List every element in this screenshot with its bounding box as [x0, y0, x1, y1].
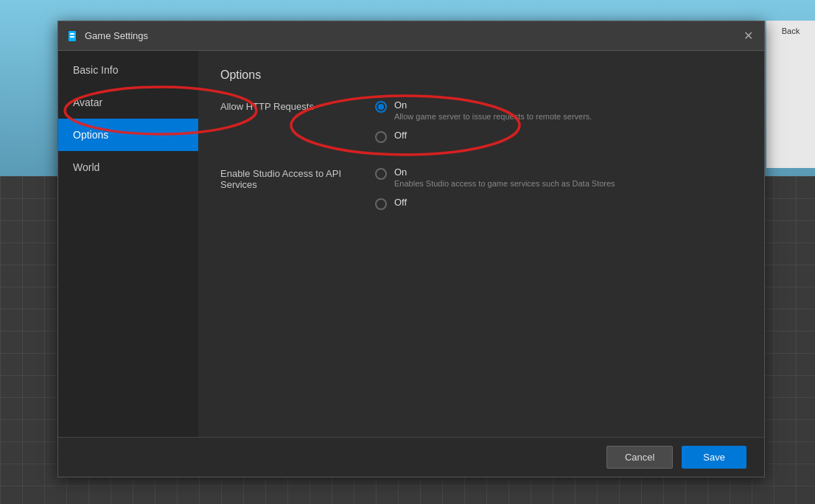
- sidebar-item-options[interactable]: Options: [58, 119, 198, 151]
- sidebar-item-basic-info[interactable]: Basic Info: [58, 54, 198, 86]
- radio-group-http: On Allow game server to issue requests t…: [375, 99, 592, 143]
- radio-http-off[interactable]: Off: [375, 130, 592, 143]
- title-bar: Game Settings ✕: [58, 21, 764, 51]
- title-bar-left: Game Settings: [66, 29, 148, 43]
- option-row-http: Allow HTTP Requests On Allow game server…: [220, 99, 742, 143]
- roblox-icon: [66, 29, 79, 43]
- option-label-http: Allow HTTP Requests: [220, 99, 346, 112]
- radio-group-api: On Enables Studio access to game service…: [375, 167, 615, 210]
- radio-text-http-off: Off: [394, 130, 407, 141]
- game-settings-dialog: Game Settings ✕ Basic Info Avatar Option…: [57, 21, 765, 477]
- radio-text-api-on: On Enables Studio access to game service…: [394, 167, 615, 188]
- cancel-button[interactable]: Cancel: [606, 446, 673, 469]
- radio-circle-api-off: [375, 198, 387, 210]
- save-button[interactable]: Save: [682, 446, 746, 469]
- radio-desc-http-on: Allow game server to issue requests to r…: [394, 112, 592, 121]
- sidebar-item-avatar[interactable]: Avatar: [58, 86, 198, 119]
- radio-desc-api-on: Enables Studio access to game services s…: [394, 179, 615, 188]
- dialog-footer: Cancel Save: [58, 437, 764, 477]
- radio-label-api-off: Off: [394, 197, 407, 208]
- close-button[interactable]: ✕: [739, 27, 757, 45]
- radio-label-http-off: Off: [394, 130, 407, 141]
- radio-api-off[interactable]: Off: [375, 197, 615, 210]
- radio-text-http-on: On Allow game server to issue requests t…: [394, 99, 592, 121]
- radio-label-http-on: On: [394, 99, 592, 111]
- main-panel: Options Allow HTTP Requests On Allow gam…: [198, 51, 764, 437]
- svg-rect-2: [70, 36, 74, 38]
- radio-label-api-on: On: [394, 167, 615, 178]
- option-row-api: Enable Studio Access to API Services On …: [220, 167, 742, 210]
- side-panel: Back: [766, 21, 815, 168]
- dialog-body: Basic Info Avatar Options World Options …: [58, 51, 764, 437]
- options-group: Allow HTTP Requests On Allow game server…: [220, 99, 742, 210]
- radio-http-on[interactable]: On Allow game server to issue requests t…: [375, 99, 592, 121]
- option-label-api: Enable Studio Access to API Services: [220, 167, 346, 190]
- radio-circle-http-on: [375, 101, 387, 113]
- svg-rect-1: [70, 33, 74, 35]
- sidebar-item-world[interactable]: World: [58, 151, 198, 183]
- radio-circle-api-on: [375, 168, 387, 180]
- radio-text-api-off: Off: [394, 197, 407, 208]
- radio-circle-http-off: [375, 131, 387, 143]
- sidebar: Basic Info Avatar Options World: [58, 51, 198, 437]
- radio-api-on[interactable]: On Enables Studio access to game service…: [375, 167, 615, 188]
- side-panel-label: Back: [782, 27, 800, 35]
- section-title: Options: [220, 69, 742, 82]
- dialog-title: Game Settings: [85, 30, 148, 41]
